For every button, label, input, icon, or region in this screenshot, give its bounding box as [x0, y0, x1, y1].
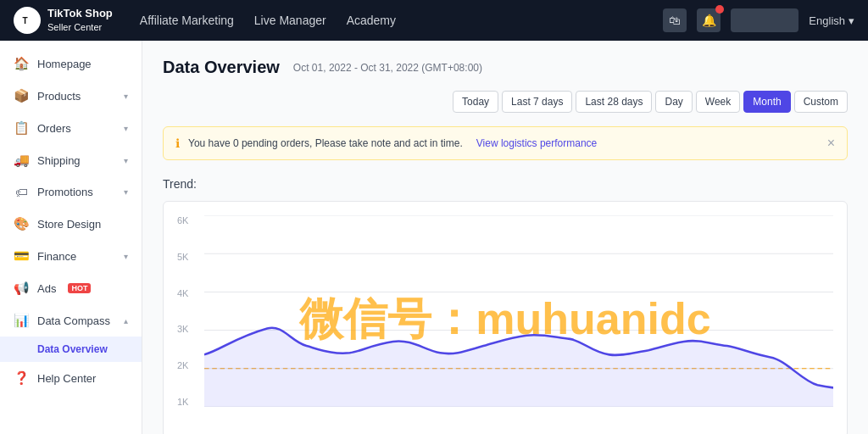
chart-container: 6K 5K 4K 3K 2K 1K	[163, 201, 848, 434]
sidebar-label-store-design: Store Design	[37, 218, 101, 231]
filter-today[interactable]: Today	[453, 91, 498, 113]
filter-last28[interactable]: Last 28 days	[576, 91, 652, 113]
filter-day[interactable]: Day	[655, 91, 692, 113]
sidebar-item-homepage[interactable]: 🏠 Homepage	[0, 47, 142, 80]
sidebar-label-finance: Finance	[37, 250, 76, 263]
lang-label: English	[809, 14, 845, 27]
sidebar-label-orders: Orders	[37, 122, 71, 135]
chevron-down-icon: ▾	[124, 92, 128, 101]
chart-area	[204, 215, 833, 407]
chevron-up-icon: ▴	[124, 316, 128, 326]
store-design-icon: 🎨	[14, 216, 29, 231]
finance-icon: 💳	[14, 248, 29, 264]
chevron-down-icon: ▾	[124, 252, 128, 261]
y-label-3k: 3K	[177, 324, 188, 334]
sidebar-label-promotions: Promotions	[37, 186, 93, 198]
sidebar-label-data-compass: Data Compass	[37, 314, 110, 327]
filter-last7[interactable]: Last 7 days	[502, 91, 572, 113]
svg-text:T: T	[23, 16, 29, 25]
nav-right: 🛍 🔔 English ▾	[663, 8, 854, 32]
lang-selector[interactable]: English ▾	[809, 14, 854, 27]
help-icon: ❓	[14, 370, 29, 386]
top-nav: T TikTok Shop Seller Center Affiliate Ma…	[0, 0, 868, 41]
orders-icon: 📋	[14, 120, 29, 136]
sidebar-item-promotions[interactable]: 🏷 Promotions ▾	[0, 176, 142, 208]
chevron-down-icon: ▾	[124, 187, 128, 197]
ads-icon: 📢	[14, 281, 29, 296]
sidebar-label-homepage: Homepage	[37, 58, 92, 70]
filter-week[interactable]: Week	[696, 91, 740, 113]
alert-close-button[interactable]: ×	[827, 136, 835, 151]
sidebar-sub-data-overview[interactable]: Data Overview	[0, 337, 142, 362]
sidebar-label-shipping: Shipping	[37, 154, 81, 167]
nav-avatar[interactable]	[731, 8, 798, 32]
brand-logo-icon: T	[14, 7, 41, 34]
nav-live-manager[interactable]: Live Manager	[254, 10, 326, 31]
alert-link[interactable]: View logistics performance	[476, 137, 598, 149]
chevron-down-icon: ▾	[124, 156, 128, 165]
page-title: Data Overview	[163, 58, 280, 77]
sidebar-item-ads[interactable]: 📢 Ads HOT	[0, 272, 142, 304]
lang-arrow-icon: ▾	[849, 14, 854, 27]
sidebar-item-orders[interactable]: 📋 Orders ▾	[0, 112, 142, 144]
date-filters: Today Last 7 days Last 28 days Day Week …	[453, 91, 848, 113]
alert-warning-icon: ℹ	[175, 136, 180, 150]
sidebar-item-help-center[interactable]: ❓ Help Center	[0, 362, 142, 394]
promotions-icon: 🏷	[14, 185, 29, 199]
y-label-1k: 1K	[177, 397, 188, 407]
hot-badge: HOT	[68, 283, 91, 293]
notification-badge	[715, 5, 724, 14]
brand-subtitle: Seller Center	[47, 21, 113, 33]
alert-banner: ℹ You have 0 pending orders, Please take…	[163, 126, 848, 160]
nav-academy[interactable]: Academy	[347, 10, 396, 31]
y-label-6k: 6K	[177, 215, 188, 225]
y-label-5k: 5K	[177, 252, 188, 262]
sub-label-data-overview: Data Overview	[37, 343, 108, 355]
home-icon: 🏠	[14, 56, 29, 71]
trend-label: Trend:	[163, 177, 848, 191]
sidebar-label-ads: Ads	[37, 282, 56, 295]
nav-affiliate-marketing[interactable]: Affiliate Marketing	[140, 10, 234, 31]
nav-shop-icon[interactable]: 🛍	[663, 8, 687, 32]
sidebar: 🏠 Homepage 📦 Products ▾ 📋 Orders ▾ 🚚 Shi…	[0, 41, 142, 434]
alert-message: You have 0 pending orders, Please take n…	[188, 137, 463, 149]
nav-bell-icon[interactable]: 🔔	[697, 8, 721, 32]
products-icon: 📦	[14, 88, 29, 103]
main-content: Data Overview Oct 01, 2022 - Oct 31, 202…	[142, 41, 868, 434]
shipping-icon: 🚚	[14, 153, 29, 168]
sidebar-item-finance[interactable]: 💳 Finance ▾	[0, 240, 142, 272]
brand-logo-area: T TikTok Shop Seller Center	[14, 7, 113, 34]
y-label-4k: 4K	[177, 288, 188, 298]
date-range-label: Oct 01, 2022 - Oct 31, 2022 (GMT+08:00)	[293, 62, 482, 74]
data-compass-icon: 📊	[14, 313, 29, 328]
brand-text: TikTok Shop Seller Center	[47, 7, 113, 33]
filter-custom[interactable]: Custom	[794, 91, 848, 113]
chevron-down-icon: ▾	[124, 124, 128, 133]
chart-y-axis: 6K 5K 4K 3K 2K 1K	[177, 215, 188, 407]
y-label-2k: 2K	[177, 360, 188, 370]
sidebar-item-data-compass[interactable]: 📊 Data Compass ▴	[0, 304, 142, 337]
sidebar-item-store-design[interactable]: 🎨 Store Design	[0, 208, 142, 240]
brand-name: TikTok Shop	[47, 7, 113, 21]
nav-links: Affiliate Marketing Live Manager Academy	[140, 10, 637, 31]
sidebar-item-products[interactable]: 📦 Products ▾	[0, 80, 142, 112]
sidebar-item-shipping[interactable]: 🚚 Shipping ▾	[0, 144, 142, 176]
filter-month[interactable]: Month	[743, 91, 790, 113]
main-layout: 🏠 Homepage 📦 Products ▾ 📋 Orders ▾ 🚚 Shi…	[0, 41, 868, 434]
trend-chart-svg	[204, 215, 833, 407]
page-header: Data Overview Oct 01, 2022 - Oct 31, 202…	[163, 58, 848, 113]
sidebar-label-products: Products	[37, 90, 81, 103]
sidebar-label-help-center: Help Center	[37, 372, 96, 385]
